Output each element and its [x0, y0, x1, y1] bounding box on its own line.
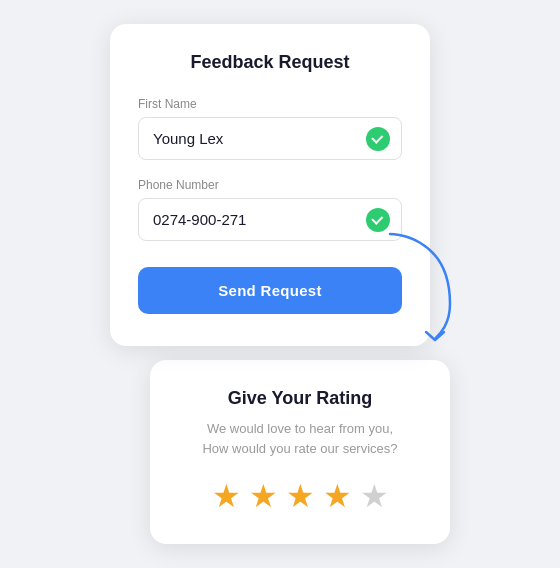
star-1[interactable]: ★ [212, 480, 241, 512]
phone-input-wrapper [138, 198, 402, 241]
star-4[interactable]: ★ [323, 480, 352, 512]
rating-title: Give Your Rating [178, 388, 422, 409]
first-name-input[interactable] [138, 117, 402, 160]
phone-label: Phone Number [138, 178, 402, 192]
scene: Feedback Request First Name Phone Number… [110, 24, 450, 544]
star-5[interactable]: ★ [360, 480, 389, 512]
phone-group: Phone Number [138, 178, 402, 241]
send-request-button[interactable]: Send Request [138, 267, 402, 314]
stars-row: ★ ★ ★ ★ ★ [178, 480, 422, 512]
first-name-label: First Name [138, 97, 402, 111]
feedback-title: Feedback Request [138, 52, 402, 73]
phone-input[interactable] [138, 198, 402, 241]
rating-card: Give Your Rating We would love to hear f… [150, 360, 450, 544]
first-name-check-icon [366, 127, 390, 151]
first-name-group: First Name [138, 97, 402, 160]
rating-subtitle: We would love to hear from you,How would… [178, 419, 422, 458]
arrow-icon [380, 224, 460, 344]
star-2[interactable]: ★ [249, 480, 278, 512]
star-3[interactable]: ★ [286, 480, 315, 512]
first-name-input-wrapper [138, 117, 402, 160]
